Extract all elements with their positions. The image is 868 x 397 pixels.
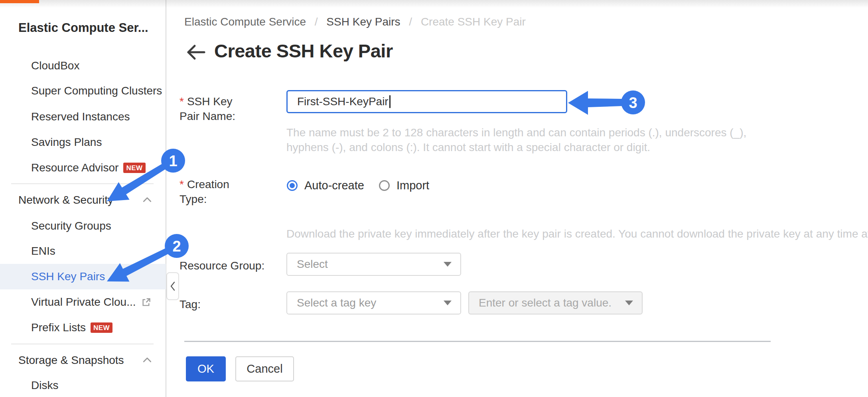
sidebar-item-label: SSH Key Pairs	[31, 270, 105, 283]
tag-key-select[interactable]: Select a tag key	[286, 291, 461, 314]
name-input-value: First-SSH-KeyPair	[297, 95, 389, 108]
new-badge: NEW	[91, 322, 112, 333]
page-title: Create SSH Key Pair	[214, 40, 393, 62]
radio-auto-create[interactable]	[287, 180, 298, 191]
required-mark: *	[180, 178, 184, 191]
back-button[interactable]	[185, 44, 206, 61]
new-badge: NEW	[123, 163, 145, 173]
ok-button[interactable]: OK	[186, 356, 226, 381]
tag-value-placeholder: Enter or select a tag value.	[479, 297, 620, 309]
dropdown-caret-icon	[444, 262, 452, 267]
ssh-key-pair-name-input[interactable]: First-SSH-KeyPair	[286, 90, 567, 113]
sidebar: Elastic Compute Ser... CloudBox Super Co…	[0, 0, 166, 397]
resource-group-label: Resource Group:	[180, 258, 283, 273]
tag-label: Tag:	[180, 297, 283, 312]
chevron-up-icon	[142, 195, 152, 205]
sidebar-item-label: Prefix Lists	[31, 321, 86, 334]
creation-type-label: *Creation Type:	[180, 177, 253, 206]
name-help-line1: The name must be 2 to 128 characters in …	[286, 125, 746, 140]
resource-group-select[interactable]: Select	[286, 253, 461, 276]
name-field-label: *SSH Key Pair Name:	[180, 94, 253, 124]
external-link-icon	[141, 297, 152, 308]
annotation-number-3: 3	[629, 94, 637, 111]
sidebar-item-disks[interactable]: Disks	[0, 373, 166, 397]
chevron-up-icon	[142, 355, 152, 366]
sidebar-item-label: Reserved Instances	[31, 110, 130, 123]
top-accent-bar	[0, 0, 39, 3]
required-mark: *	[180, 95, 184, 108]
sidebar-item-label: CloudBox	[31, 59, 79, 72]
breadcrumb-item-ecs[interactable]: Elastic Compute Service	[184, 16, 306, 28]
sidebar-item-ssh-key-pairs[interactable]: SSH Key Pairs	[0, 264, 166, 289]
cancel-button[interactable]: Cancel	[235, 356, 294, 381]
breadcrumb: Elastic Compute Service / SSH Key Pairs …	[184, 16, 526, 28]
tag-key-placeholder: Select a tag key	[297, 297, 439, 309]
private-key-note: Download the private key immediately aft…	[286, 226, 868, 241]
breadcrumb-item-current: Create SSH Key Pair	[421, 16, 526, 28]
annotation-arrow-3	[568, 91, 622, 115]
sidebar-item-prefix-lists[interactable]: Prefix Lists NEW	[0, 315, 166, 340]
sidebar-title: Elastic Compute Ser...	[18, 21, 148, 35]
dropdown-caret-icon	[444, 301, 452, 305]
sidebar-item-label: Virtual Private Clou...	[31, 296, 136, 309]
sidebar-item-label: Super Computing Clusters	[31, 85, 162, 97]
sidebar-divider	[11, 183, 154, 184]
form-divider	[184, 341, 771, 342]
sidebar-item-super-computing-clusters[interactable]: Super Computing Clusters	[0, 78, 166, 104]
sidebar-item-resource-advisor[interactable]: Resource Advisor NEW	[0, 155, 166, 181]
annotation-number-2: 2	[172, 238, 181, 255]
breadcrumb-separator: /	[315, 16, 318, 28]
creation-type-options: Auto-create Import	[287, 179, 429, 192]
chevron-left-icon	[170, 281, 176, 292]
sidebar-item-security-groups[interactable]: Security Groups	[0, 213, 166, 239]
sidebar-item-cloudbox[interactable]: CloudBox	[0, 53, 166, 79]
tag-value-select[interactable]: Enter or select a tag value.	[468, 291, 643, 314]
annotation-circle-3	[621, 90, 645, 114]
sidebar-item-label: Disks	[31, 379, 58, 392]
sidebar-item-label: Security Groups	[31, 220, 111, 232]
sidebar-item-virtual-private-cloud[interactable]: Virtual Private Clou...	[0, 289, 166, 315]
sidebar-item-reserved-instances[interactable]: Reserved Instances	[0, 104, 166, 130]
sidebar-item-label: Resource Advisor	[31, 161, 118, 174]
sidebar-collapse-button[interactable]	[166, 272, 179, 300]
sidebar-item-savings-plans[interactable]: Savings Plans	[0, 130, 166, 155]
annotation-number-1: 1	[169, 153, 177, 169]
sidebar-divider	[11, 344, 154, 344]
sidebar-section-storage-snapshots[interactable]: Storage & Snapshots	[0, 348, 166, 373]
dropdown-caret-icon	[625, 301, 633, 305]
sidebar-section-label: Storage & Snapshots	[18, 354, 124, 367]
resource-group-placeholder: Select	[297, 258, 439, 271]
radio-import-label[interactable]: Import	[397, 179, 429, 192]
sidebar-item-label: Savings Plans	[31, 136, 102, 149]
text-caret	[389, 95, 391, 108]
sidebar-item-label: ENIs	[31, 245, 55, 257]
sidebar-item-enis[interactable]: ENIs	[0, 238, 166, 264]
sidebar-section-network-security[interactable]: Network & Security	[0, 187, 166, 213]
name-help-line2: hyphens (-), and colons (:). It cannot s…	[286, 140, 650, 155]
radio-import[interactable]	[379, 180, 390, 191]
arrow-left-icon	[185, 44, 206, 61]
breadcrumb-separator: /	[409, 16, 412, 28]
radio-auto-create-label[interactable]: Auto-create	[304, 179, 364, 192]
sidebar-section-label: Network & Security	[18, 194, 113, 206]
breadcrumb-item-ssh-key-pairs[interactable]: SSH Key Pairs	[326, 16, 400, 28]
annotation-circle-2	[165, 234, 189, 258]
